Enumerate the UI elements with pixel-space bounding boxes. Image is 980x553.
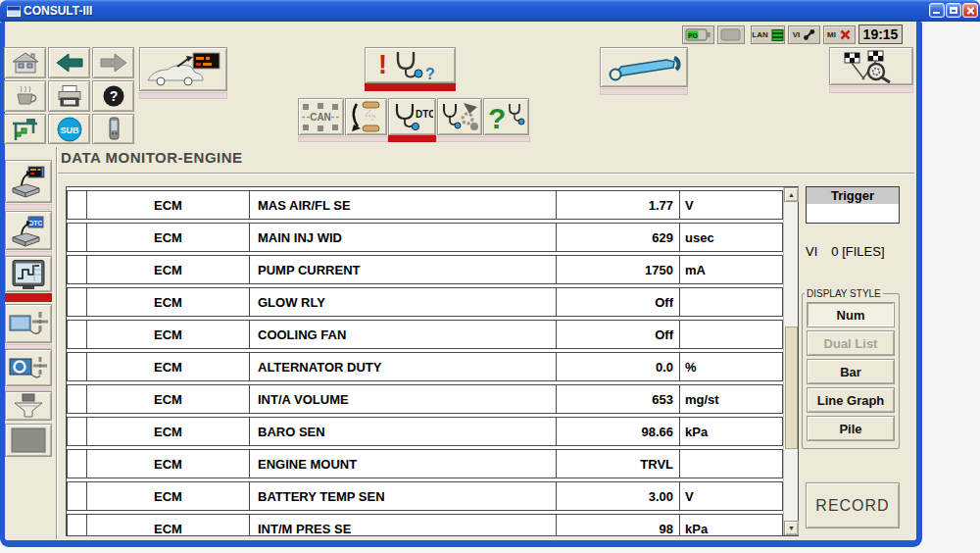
table-row[interactable]: ECMCOOLING FANOff xyxy=(67,320,783,349)
data-monitor-table: ECMMAS AIR/FL SE1.77V ECMMAIN INJ WID629… xyxy=(66,186,799,536)
workstation-button[interactable] xyxy=(4,114,46,144)
break-button[interactable] xyxy=(4,80,46,112)
sidebar-item-filter[interactable] xyxy=(5,391,52,421)
ecu-cell: ECM xyxy=(86,320,249,349)
pile-button[interactable]: Pile xyxy=(807,416,895,441)
final-check-button[interactable] xyxy=(829,47,913,85)
diagnosis-help-button[interactable]: ? xyxy=(483,98,529,135)
funnel-icon xyxy=(9,393,48,419)
back-button[interactable] xyxy=(48,47,90,78)
value-cell: 1.77 xyxy=(556,190,679,220)
svg-text:PO: PO xyxy=(688,32,699,39)
close-button[interactable] xyxy=(962,3,978,18)
vi-indicator: VI xyxy=(788,25,820,44)
data-flow-button[interactable] xyxy=(345,98,387,135)
page-title: DATA MONITOR-ENGINE xyxy=(61,149,243,166)
vi-to-dtc-icon: DTC xyxy=(9,215,48,247)
table-row[interactable]: ECMINT/A VOLUME653mg/st xyxy=(67,384,783,414)
title-bar[interactable]: CONSULT-III xyxy=(0,0,980,22)
select-cell xyxy=(67,384,86,414)
can-icon: CAN xyxy=(301,102,341,132)
blank-gray-icon xyxy=(9,427,48,454)
select-cell xyxy=(67,190,86,220)
table-row[interactable]: ECMENGINE MOUNTTRVL xyxy=(67,449,783,478)
sidebar-item-data-screen[interactable] xyxy=(5,160,52,203)
select-cell xyxy=(67,320,86,349)
unit-cell: usec xyxy=(679,223,783,252)
ecu-cell: ECM xyxy=(86,255,249,284)
sidebar-item-active-test[interactable] xyxy=(5,304,52,343)
ecu-cell: ECM xyxy=(86,481,249,511)
svg-text:DTC: DTC xyxy=(416,109,433,120)
maintenance-button[interactable] xyxy=(600,47,688,87)
table-row[interactable]: ECMALTERNATOR DUTY0.0% xyxy=(67,352,783,381)
diagnosis-button[interactable]: ! ? xyxy=(365,47,456,83)
sub-icon: SUB xyxy=(56,116,83,143)
display-style-legend: DISPLAY STYLE xyxy=(805,288,883,299)
num-button[interactable]: Num xyxy=(807,302,895,327)
home-button[interactable] xyxy=(4,47,46,78)
vehicle-connect-underline xyxy=(139,92,227,99)
value-cell: Off xyxy=(556,320,679,349)
param-name-cell: ENGINE MOUNT xyxy=(249,449,556,478)
lan-indicator: LAN xyxy=(751,25,785,44)
svg-text:?: ? xyxy=(488,102,506,133)
forward-arrow-icon xyxy=(99,51,128,75)
sidebar-item-data-monitor[interactable] xyxy=(5,256,52,292)
unit-cell: mA xyxy=(679,255,783,284)
sidebar-item-dtc[interactable]: DTC xyxy=(5,211,52,250)
param-name-cell: PUMP CURRENT xyxy=(249,255,556,284)
table-row[interactable]: ECMBARO SEN98.66kPa xyxy=(67,417,783,446)
table-row[interactable]: ECMBATTERY TEMP SEN3.00V xyxy=(67,481,783,511)
trigger-button[interactable]: Trigger xyxy=(806,186,900,205)
phone-icon xyxy=(99,116,128,142)
record-button[interactable]: RECORD xyxy=(806,482,900,528)
component-test-button[interactable] xyxy=(437,98,482,135)
forward-button[interactable] xyxy=(92,47,134,78)
trigger-value-field[interactable] xyxy=(806,204,900,224)
help-button[interactable]: ? xyxy=(92,80,134,112)
sidebar-item-blank[interactable] xyxy=(5,424,52,457)
dtc-tab-button[interactable]: DTC xyxy=(388,98,436,135)
lan-icon xyxy=(771,28,784,42)
vi-label: VI xyxy=(806,244,817,259)
sidebar-item-active-test-2[interactable] xyxy=(5,349,52,386)
table-row[interactable]: ECMMAS AIR/FL SE1.77V xyxy=(67,190,783,220)
table-row[interactable]: ECMGLOW RLYOff xyxy=(67,287,783,317)
minimize-button[interactable] xyxy=(929,3,945,18)
select-cell xyxy=(67,352,86,381)
table-row[interactable]: ECMMAIN INJ WID629usec xyxy=(67,223,783,252)
ecu-cell: ECM xyxy=(86,384,249,414)
scrollbar-track[interactable]: ▲ ▼ xyxy=(783,187,798,535)
phone-button[interactable] xyxy=(92,114,134,144)
param-name-cell: COOLING FAN xyxy=(249,320,556,349)
active-test-icon xyxy=(8,309,49,338)
select-cell xyxy=(67,514,86,536)
bar-button[interactable]: Bar xyxy=(807,359,895,384)
ecu-cell: ECM xyxy=(86,352,249,381)
window-icon xyxy=(7,4,21,22)
component-test-icon xyxy=(440,101,479,132)
param-name-cell: BARO SEN xyxy=(249,417,556,446)
sub-button[interactable]: SUB xyxy=(48,114,90,144)
value-cell: 98.66 xyxy=(556,417,679,446)
line-graph-button[interactable]: Line Graph xyxy=(807,387,895,413)
vehicle-connect-button[interactable] xyxy=(139,47,227,91)
can-button[interactable]: CAN xyxy=(298,98,344,135)
scrollbar-up-button[interactable]: ▲ xyxy=(784,187,799,202)
workstation-icon xyxy=(11,117,40,142)
back-arrow-icon xyxy=(55,51,84,75)
select-cell xyxy=(67,287,86,317)
dual-list-button[interactable]: Dual List xyxy=(807,330,895,356)
table-row[interactable]: ECMINT/M PRES SE98kPa xyxy=(67,514,783,536)
maximize-button[interactable] xyxy=(946,3,961,18)
diagnosis-icon: ! ? xyxy=(368,49,453,81)
maintenance-underline xyxy=(600,88,688,95)
param-name-cell: INT/M PRES SE xyxy=(249,514,556,536)
table-row[interactable]: ECMPUMP CURRENT1750mA xyxy=(67,255,783,284)
scrollbar-down-button[interactable]: ▼ xyxy=(784,521,799,535)
ecu-cell: ECM xyxy=(86,514,249,536)
scrollbar-thumb[interactable] xyxy=(785,327,798,449)
select-cell xyxy=(67,255,86,284)
print-button[interactable] xyxy=(48,80,90,112)
